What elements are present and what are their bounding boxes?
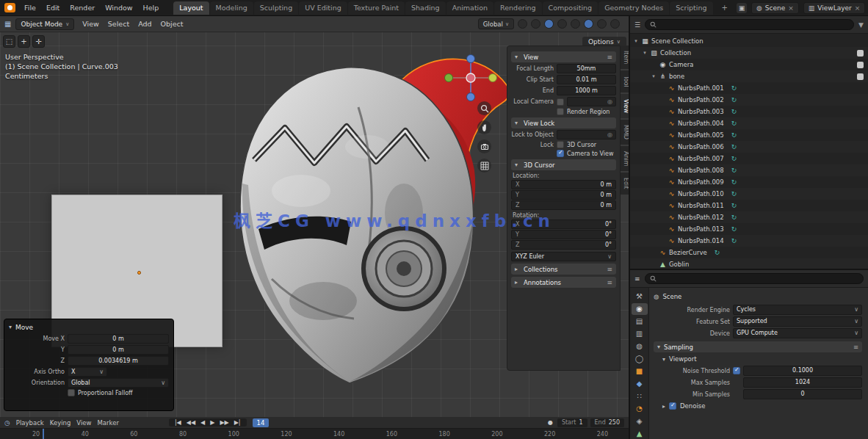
current-frame-field[interactable]: 14 bbox=[253, 418, 270, 427]
expand-caret-icon[interactable]: ▾ bbox=[642, 50, 648, 56]
zoom-icon[interactable] bbox=[477, 101, 491, 115]
panel-options-icon[interactable]: ≡ bbox=[853, 344, 858, 351]
workspace-tab[interactable]: Texture Paint bbox=[348, 1, 405, 15]
object-name[interactable]: NurbsPath.012 bbox=[678, 214, 724, 221]
outliner-search[interactable] bbox=[645, 19, 854, 30]
filter-icon[interactable]: ▼ bbox=[858, 21, 864, 29]
viewport-menu-item[interactable]: Select bbox=[104, 18, 133, 29]
number-field[interactable]: 0 m bbox=[68, 334, 169, 344]
outliner-row[interactable]: ∿ NurbsPath.006 ↻ bbox=[630, 141, 868, 153]
object-name[interactable]: Collection bbox=[660, 49, 691, 57]
shading-rendered-icon[interactable] bbox=[610, 19, 620, 29]
proportional-edit-icon[interactable] bbox=[531, 19, 540, 29]
shading-solid-icon[interactable] bbox=[584, 19, 593, 29]
view-section-header[interactable]: ▾ View ≡ bbox=[511, 51, 616, 62]
annotations-section-header[interactable]: ▸ Annotations ≡ bbox=[511, 277, 616, 288]
outliner-row[interactable]: ∿ NurbsPath.007 ↻ bbox=[630, 153, 868, 164]
grid-ortho-icon[interactable] bbox=[477, 159, 491, 173]
move-gizmo[interactable] bbox=[439, 50, 502, 107]
object-name[interactable]: Camera bbox=[669, 61, 693, 68]
object-name[interactable]: NurbsPath.003 bbox=[678, 108, 724, 115]
pan-hand-icon[interactable] bbox=[477, 120, 491, 134]
camera-view-icon[interactable] bbox=[477, 139, 491, 153]
n-panel-tab[interactable]: View bbox=[621, 94, 630, 118]
object-data-icon[interactable]: ▲ bbox=[632, 428, 648, 439]
workspace-tab[interactable]: Compositing bbox=[543, 1, 598, 15]
timeline-menu-item[interactable]: Keying bbox=[50, 419, 71, 427]
outliner-row[interactable]: ∿ NurbsPath.008 ↻ bbox=[630, 164, 868, 176]
play-button[interactable]: ▶ bbox=[209, 419, 216, 426]
number-field[interactable]: 1024 bbox=[743, 377, 862, 388]
eyedropper-icon[interactable]: ◎ bbox=[607, 131, 612, 139]
object-name[interactable]: BezierCurve bbox=[669, 249, 707, 256]
close-icon[interactable]: × bbox=[788, 4, 794, 12]
outliner-row[interactable]: ∿ NurbsPath.012 ↻ bbox=[630, 211, 868, 223]
menu-item[interactable]: Edit bbox=[42, 2, 64, 13]
local-camera-checkbox[interactable] bbox=[557, 98, 564, 106]
object-name[interactable]: NurbsPath.009 bbox=[678, 178, 724, 186]
n-panel-tab[interactable]: MMD bbox=[621, 120, 630, 145]
outliner-row[interactable]: ◉ Camera bbox=[630, 59, 868, 70]
number-field[interactable]: 50mm bbox=[557, 64, 616, 73]
object-name[interactable]: Goblin bbox=[669, 261, 689, 268]
orientation-dropdown[interactable]: Global ∨ bbox=[68, 378, 169, 388]
properties-search-input[interactable] bbox=[659, 275, 858, 283]
shading-wireframe-icon[interactable] bbox=[571, 19, 580, 29]
outliner-row[interactable]: ∿ NurbsPath.004 ↻ bbox=[630, 117, 868, 129]
timeline-menu-item[interactable]: Marker bbox=[98, 419, 119, 427]
outliner-row[interactable]: ∿ NurbsPath.001 ↻ bbox=[630, 82, 868, 94]
output-icon[interactable]: ▤ bbox=[632, 316, 648, 327]
move-tool-icon[interactable]: ✛ bbox=[32, 35, 45, 48]
object-name[interactable]: NurbsPath.005 bbox=[678, 131, 724, 139]
eyedropper-icon[interactable]: ◎ bbox=[607, 98, 612, 106]
viewport-subsection-header[interactable]: ▾ Viewport bbox=[654, 354, 862, 364]
workspace-tab[interactable]: Rendering bbox=[494, 1, 542, 15]
jump-to-start-button[interactable]: |◀ bbox=[173, 419, 183, 426]
number-field[interactable]: 0 m bbox=[68, 345, 169, 355]
panel-options-icon[interactable]: ≡ bbox=[607, 279, 612, 286]
modifier-loop-icon[interactable]: ↻ bbox=[731, 143, 737, 150]
xray-toggle-icon[interactable] bbox=[557, 19, 567, 29]
local-camera-object-field[interactable]: ◎ bbox=[567, 97, 616, 106]
number-field[interactable]: 0 bbox=[743, 389, 862, 399]
outliner-row[interactable]: ∿ NurbsPath.002 ↻ bbox=[630, 94, 868, 106]
outliner-row[interactable]: ∿ NurbsPath.013 ↻ bbox=[630, 223, 868, 235]
start-frame-field[interactable]: Start 1 bbox=[557, 418, 587, 427]
display-settings-icon[interactable]: ▣ bbox=[737, 3, 747, 13]
dropdown-field[interactable]: Cycles ∨ bbox=[733, 305, 862, 315]
object-name[interactable]: NurbsPath.006 bbox=[678, 143, 724, 150]
axis-value-field[interactable]: X 0 m bbox=[511, 180, 616, 189]
axis-dropdown[interactable]: X ∨ bbox=[68, 367, 107, 377]
render-icon[interactable]: ◉ bbox=[632, 303, 648, 315]
tool-icon[interactable]: ⚒ bbox=[632, 291, 648, 302]
view-layer-icon[interactable]: ▥ bbox=[632, 328, 648, 340]
workspace-tab[interactable]: UV Editing bbox=[299, 1, 347, 15]
editor-type-icon[interactable]: ◷ bbox=[4, 419, 10, 427]
modifier-loop-icon[interactable]: ↻ bbox=[731, 131, 737, 139]
cursor-tool-icon[interactable]: + bbox=[18, 35, 30, 48]
n-panel-tab[interactable]: Tool bbox=[621, 70, 630, 92]
snap-magnet-icon[interactable] bbox=[518, 19, 527, 29]
outliner-row[interactable]: ∿ BezierCurve ↻ bbox=[630, 247, 868, 258]
modifier-loop-icon[interactable]: ↻ bbox=[731, 178, 737, 186]
workspace-tab[interactable]: Sculpting bbox=[254, 1, 298, 15]
panel-options-icon[interactable]: ≡ bbox=[607, 266, 612, 273]
constraints-icon[interactable]: ◈ bbox=[632, 416, 648, 427]
viewport-menu-item[interactable]: View bbox=[79, 18, 103, 29]
object-name[interactable]: NurbsPath.002 bbox=[678, 96, 724, 104]
panel-options-icon[interactable]: ≡ bbox=[607, 54, 612, 61]
prev-keyframe-button[interactable]: ◀◀ bbox=[185, 419, 197, 426]
denoise-checkbox[interactable] bbox=[669, 402, 676, 410]
dropdown-field[interactable]: Supported ∨ bbox=[733, 316, 862, 327]
timeline-menu-item[interactable]: Playback bbox=[16, 419, 44, 427]
particles-icon[interactable]: ∷ bbox=[632, 391, 648, 402]
playhead[interactable] bbox=[43, 429, 44, 439]
outliner-row[interactable]: ∿ NurbsPath.011 ↻ bbox=[630, 200, 868, 211]
expand-caret-icon[interactable]: ▾ bbox=[633, 38, 639, 44]
visibility-checkbox[interactable] bbox=[857, 73, 864, 80]
number-field[interactable]: 0.0034619 m bbox=[68, 356, 169, 366]
editor-type-icon[interactable]: ▦ bbox=[4, 20, 11, 28]
proportional-falloff-checkbox[interactable] bbox=[68, 389, 75, 396]
editor-type-icon[interactable]: ≡ bbox=[634, 275, 640, 283]
number-field[interactable]: 0.1000 bbox=[743, 366, 862, 376]
